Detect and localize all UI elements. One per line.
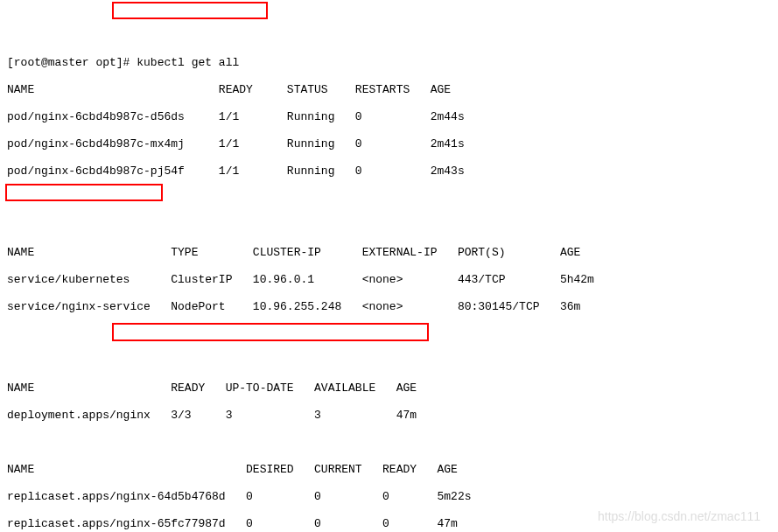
table-row: pod/nginx-6cbd4b987c-d56ds 1/1 Running 0… <box>7 110 771 124</box>
table-row: pod/nginx-6cbd4b987c-mx4mj 1/1 Running 0… <box>7 137 771 151</box>
table-row: replicaset.apps/nginx-64d5b4768d 0 0 0 5… <box>7 490 771 504</box>
deploy-header: NAME READY UP-TO-DATE AVAILABLE AGE <box>7 382 771 396</box>
blank-line <box>7 354 771 368</box>
blank-line <box>7 436 771 450</box>
table-row: service/nginx-service NodePort 10.96.255… <box>7 300 771 314</box>
blank-line <box>7 219 771 233</box>
highlight-box-1 <box>112 2 268 19</box>
table-row: service/kubernetes ClusterIP 10.96.0.1 <… <box>7 273 771 287</box>
watermark: https://blog.csdn.net/zmac111 <box>598 509 760 523</box>
blank-line <box>7 192 771 206</box>
blank-line <box>7 327 771 341</box>
pods-header: NAME READY STATUS RESTARTS AGE <box>7 83 771 97</box>
rs-header: NAME DESIRED CURRENT READY AGE <box>7 463 771 477</box>
table-row: pod/nginx-6cbd4b987c-pj54f 1/1 Running 0… <box>7 164 771 178</box>
table-row: deployment.apps/nginx 3/3 3 3 47m <box>7 409 771 423</box>
prompt-get-all-1: [root@master opt]# kubectl get all <box>7 56 771 70</box>
svc-header: NAME TYPE CLUSTER-IP EXTERNAL-IP PORT(S)… <box>7 246 771 260</box>
